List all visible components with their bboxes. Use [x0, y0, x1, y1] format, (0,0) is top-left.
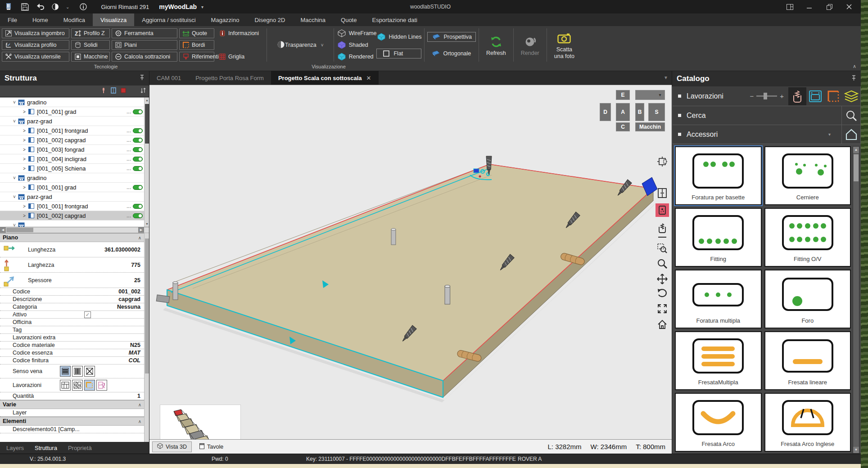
tree-scrollbar[interactable]: ▲▼ — [144, 98, 149, 227]
chevron-down-icon[interactable]: ˅ — [12, 194, 17, 199]
menu-tab-macchina[interactable]: Macchina — [293, 14, 333, 26]
section-header-elementi[interactable]: Elementi∧ — [0, 417, 144, 426]
more-button[interactable]: ... — [127, 212, 131, 219]
info-icon[interactable] — [77, 2, 89, 12]
layers-icon[interactable] — [842, 87, 860, 105]
drill-icon[interactable] — [656, 221, 669, 235]
section-caret-icon[interactable]: ▾ — [828, 132, 831, 137]
h-scroll-thumb[interactable] — [6, 228, 33, 232]
collapse-icon[interactable]: ∧ — [138, 235, 141, 240]
pattern-grid-icon[interactable] — [60, 380, 71, 391]
doc-tabs-caret-icon[interactable]: ▼ — [664, 75, 668, 80]
profilo-z-button[interactable]: ZProfilo Z — [71, 28, 110, 38]
prospettiva-button[interactable]: Prospettiva — [427, 32, 476, 42]
menu-tab-aggiorna-sostituisci[interactable]: Aggiorna / sostituisci — [134, 14, 203, 26]
tab-tavole[interactable]: Tavole — [194, 441, 228, 452]
tree-row[interactable]: ˅parz-grad — [0, 192, 149, 202]
chevron-right-icon[interactable]: ˃ — [22, 147, 27, 152]
sort-icon[interactable] — [140, 87, 146, 95]
catalog-item-fitting[interactable]: Fitting — [675, 208, 762, 267]
pattern-drill-icon[interactable]: LAV — [96, 380, 107, 391]
view-preset-button-a[interactable]: A — [616, 103, 630, 121]
catalog-item-fresata-arco[interactable]: Fresata Arco — [675, 393, 762, 452]
menu-tab-visualizza[interactable]: Visualizza — [93, 14, 134, 26]
red-filter-icon[interactable] — [120, 87, 127, 95]
tree-row[interactable]: ˃[001_001] frontgrad... — [0, 202, 149, 211]
ribbon-collapse-icon[interactable]: ∧ — [853, 63, 856, 69]
scroll-right-icon[interactable]: ▶ — [138, 227, 144, 233]
chevron-right-icon[interactable]: ˃ — [22, 204, 27, 209]
scroll-left-icon[interactable]: ◀ — [0, 227, 6, 233]
catalog-scroll-thumb[interactable] — [854, 154, 859, 181]
home-icon[interactable] — [656, 318, 669, 331]
fit-view-icon[interactable] — [656, 302, 669, 315]
close-icon[interactable]: ✕ — [366, 75, 371, 81]
visibility-toggle[interactable] — [133, 166, 143, 171]
flat-button[interactable]: Flat — [376, 49, 421, 58]
catalog-item-fresata-arco-inglese[interactable]: Fresata Arco Inglese — [764, 393, 851, 452]
chevron-right-icon[interactable]: ˃ — [22, 157, 27, 162]
chevron-right-icon[interactable]: ˃ — [22, 138, 27, 143]
catalog-section-cerca[interactable]: Cerca — [672, 106, 861, 125]
more-button[interactable]: ... — [127, 156, 131, 162]
scroll-up-icon[interactable]: ▲ — [853, 147, 859, 153]
menu-tab-modifica[interactable]: Modifica — [56, 14, 93, 26]
tree-row[interactable]: ˅gradino — [0, 173, 149, 183]
pin-icon[interactable] — [140, 74, 145, 83]
catalog-item-basette[interactable]: Foratura per basette — [675, 146, 762, 205]
tree-row[interactable]: ˃[001_003] fongrad... — [0, 145, 149, 154]
tree-row[interactable]: ˃[001_001] frontgrad... — [0, 126, 149, 135]
catalog-section-lavorazioni[interactable]: Lavorazioni−+ — [672, 86, 861, 106]
section-header-piano[interactable]: Piano∧ — [0, 233, 144, 242]
tree-scroll-thumb[interactable] — [145, 104, 149, 144]
doc-tab-1[interactable]: Progetto Porta Rosa Form — [188, 71, 271, 85]
pattern-diagonal-icon[interactable] — [72, 380, 83, 391]
griglia-button[interactable]: Griglia — [216, 52, 262, 62]
view-preset-button-s[interactable]: S — [648, 103, 665, 121]
catalog-item-cerniere[interactable]: Cerniere — [764, 146, 851, 205]
more-button[interactable]: ... — [127, 127, 131, 134]
chevron-down-icon[interactable]: ˅ — [12, 100, 17, 105]
chevron-right-icon[interactable]: ˃ — [22, 185, 27, 190]
calcola-sottrazioni-button[interactable]: Calcola sottrazioni — [112, 52, 177, 62]
piani-button[interactable]: Piani — [112, 40, 177, 50]
chevron-right-icon[interactable]: ˃ — [22, 166, 27, 171]
maximize-button[interactable] — [819, 0, 839, 14]
dashed-frame-icon[interactable] — [824, 87, 842, 105]
more-button[interactable]: ... — [127, 184, 131, 190]
chevron-down-icon[interactable]: ˅ — [12, 119, 17, 124]
grain-none-icon[interactable] — [84, 366, 95, 377]
search-icon[interactable] — [841, 106, 860, 125]
tree-row[interactable]: ˅gradino — [0, 98, 149, 107]
visibility-toggle[interactable] — [133, 138, 143, 143]
pattern-border-icon[interactable] — [84, 380, 95, 391]
solidi-button[interactable]: Solidi — [71, 40, 110, 50]
wireframe-button[interactable]: WireFrame — [337, 28, 377, 38]
catalog-item-multipla[interactable]: Foratura multipla — [675, 270, 762, 328]
panel-tab-layers[interactable]: Layers — [6, 445, 24, 451]
theme-caret-icon[interactable]: ⌄ — [66, 4, 69, 9]
tree-row[interactable]: ˃[001_004] incligrad... — [0, 154, 149, 164]
view-preset-button-macchin[interactable]: Macchin — [635, 122, 665, 131]
hidden-lines-button[interactable]: Hidden Lines — [376, 32, 421, 42]
more-button[interactable]: ... — [127, 165, 131, 171]
scroll-up-icon[interactable]: ▲ — [145, 98, 149, 103]
view-preset-button-b[interactable]: B — [635, 103, 644, 121]
visibility-toggle[interactable] — [133, 109, 143, 114]
tree-row[interactable]: ˃[001_002] capgrad... — [0, 211, 149, 220]
menu-tab-home[interactable]: Home — [25, 14, 56, 26]
visibility-toggle[interactable] — [133, 157, 143, 162]
quote-button[interactable]: Quote — [179, 28, 214, 38]
drill-tool-icon[interactable] — [788, 87, 806, 105]
more-button[interactable]: ... — [127, 137, 131, 143]
visualizza-profilo-button[interactable]: Visualizza profilo — [2, 40, 69, 50]
tree-row[interactable]: ˃[001_001] grad... — [0, 107, 149, 117]
attivo-checkbox[interactable]: ✓ — [84, 311, 91, 318]
chevron-right-icon[interactable]: ˃ — [22, 128, 27, 133]
chevron-right-icon[interactable]: ˃ — [22, 213, 27, 218]
menu-tab-esportazione-dati[interactable]: Esportazione dati — [364, 14, 425, 26]
chevron-down-icon[interactable]: ˅ — [12, 176, 17, 180]
doc-tab-2[interactable]: Progetto Scala con sottoscala✕ — [271, 71, 379, 85]
shaded-button[interactable]: Shaded — [337, 40, 377, 50]
catalog-scrollbar[interactable]: ▲ ▼ — [853, 146, 859, 454]
